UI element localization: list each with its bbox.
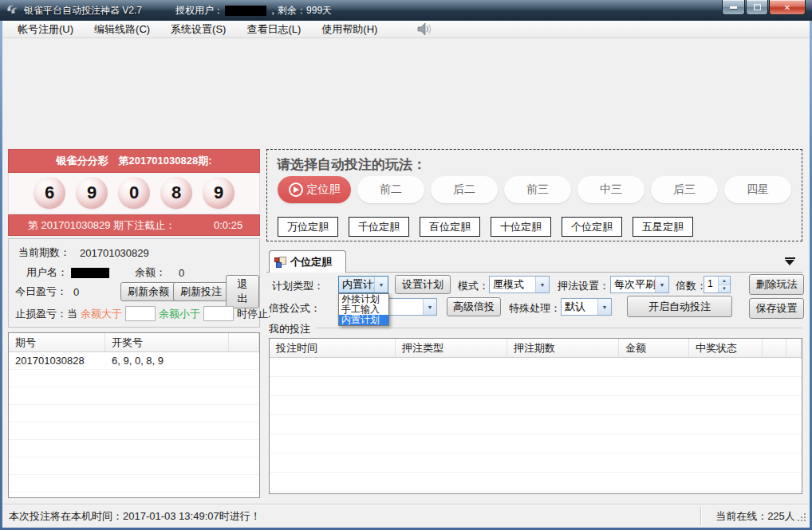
mode-button-housan[interactable]: 后三 <box>651 176 718 203</box>
column-header-amount: 金额 <box>619 339 689 357</box>
tab-label: 个位定胆 <box>290 255 332 269</box>
multiple-value: 1 <box>704 277 718 292</box>
auth-days: ，剩余：999天 <box>268 4 332 18</box>
lottery-ball: 9 <box>203 177 235 209</box>
resize-grip[interactable] <box>797 512 806 524</box>
lottery-ball: 0 <box>118 177 150 209</box>
bet-method-value: 每次平刷 <box>611 277 655 292</box>
column-header-bet-time: 投注时间 <box>270 339 396 357</box>
countdown-label: 第 201701030829 期下注截止： <box>28 218 175 233</box>
online-count: 当前在线：225人 <box>701 509 810 524</box>
position-button-shiwei[interactable]: 十位定胆 <box>491 217 551 237</box>
bets-table: 投注时间 押注类型 押注期数 金额 中奖状态 <box>269 338 802 494</box>
plan-type-select[interactable]: 内置计划 ▼ <box>338 276 388 293</box>
mode-value: 厘模式 <box>490 277 535 292</box>
advanced-multiplier-button[interactable]: 高级倍投 <box>447 297 501 316</box>
tab-strip-divider <box>266 272 802 273</box>
profit-value: 0 <box>73 286 79 298</box>
dropdown-option-builtin[interactable]: 内置计划 <box>339 315 388 325</box>
tab-geweidingdan[interactable]: 个位定胆 <box>269 250 346 273</box>
mode-button-sixing[interactable]: 四星 <box>724 176 791 203</box>
balance-less-input[interactable] <box>203 306 234 321</box>
column-header-period: 期号 <box>9 333 105 351</box>
mode-button-zhongsan[interactable]: 中三 <box>577 176 644 203</box>
balance-value: 0 <box>179 267 184 279</box>
app-window: 银雀平台自动投注神器 V2.7 授权用户： ，剩余：999天 ✕ 帐号注册(U)… <box>0 0 812 530</box>
plan-type-label: 计划类型： <box>272 279 324 293</box>
spinner-down-icon[interactable]: ▼ <box>719 285 730 293</box>
menu-item-view-log[interactable]: 查看日志(L) <box>236 21 311 37</box>
mode-label: 模式： <box>458 279 489 293</box>
table-row-empty <box>9 370 259 387</box>
redacted-username <box>225 6 266 16</box>
delete-play-button[interactable]: 删除玩法 <box>749 274 804 295</box>
history-period-cell: 201701030828 <box>9 355 105 367</box>
balance-greater-input[interactable] <box>125 306 156 321</box>
close-button[interactable]: ✕ <box>769 0 806 15</box>
countdown-bar: 第 201701030829 期下注截止： 0:0:25 <box>8 214 260 236</box>
plan-type-dropdown: 外接计划 手工输入 内置计划 <box>338 293 389 326</box>
menu-item-account-register[interactable]: 帐号注册(U) <box>7 21 84 37</box>
special-handling-select[interactable]: 默认 ▼ <box>561 298 612 316</box>
set-plan-button[interactable]: 设置计划 <box>395 275 451 294</box>
position-button-gewei[interactable]: 个位定胆 <box>562 217 622 237</box>
menu-item-help[interactable]: 使用帮助(H) <box>311 21 388 37</box>
column-header-empty <box>229 333 259 351</box>
account-panel: 当前期数： 201701030829 用户名： 余额： 0 今日盈亏： 0 刷新… <box>8 238 260 328</box>
menu-bar: 帐号注册(U) 编辑线路(C) 系统设置(S) 查看日志(L) 使用帮助(H) <box>2 21 810 38</box>
table-row-empty <box>9 387 259 405</box>
special-handling-value: 默认 <box>562 299 597 315</box>
minimize-icon <box>730 6 737 9</box>
start-autobet-button[interactable]: 开启自动投注 <box>627 296 732 317</box>
bets-table-header: 投注时间 押注类型 押注期数 金额 中奖状态 <box>270 339 802 358</box>
maximize-icon <box>754 4 761 10</box>
save-settings-button[interactable]: 保存设置 <box>749 298 804 319</box>
window-controls: ✕ <box>722 0 806 15</box>
exit-button[interactable]: 退出 <box>226 275 259 308</box>
username-label: 用户名： <box>26 265 68 280</box>
my-bets-divider <box>316 328 802 328</box>
position-button-qianwei[interactable]: 千位定胆 <box>349 217 409 237</box>
lottery-ball: 6 <box>34 177 65 209</box>
mode-button-dingweidan[interactable]: 定位胆 <box>278 176 351 203</box>
column-header-bet-period: 押注期数 <box>507 339 619 357</box>
mode-button-qiansan[interactable]: 前三 <box>504 176 571 203</box>
spinner-up-icon[interactable]: ▲ <box>719 277 730 285</box>
mode-select[interactable]: 厘模式 ▼ <box>489 276 550 293</box>
status-message: 本次投注将在本机时间：2017-01-03 13:49:07时进行！ <box>2 509 700 524</box>
position-button-wuxing[interactable]: 五星定胆 <box>633 217 693 237</box>
window-frame-left <box>0 21 2 530</box>
period-label: 当前期数： <box>18 245 70 260</box>
lottery-balls: 6 9 0 8 9 <box>8 173 260 213</box>
chevron-down-icon: ▼ <box>655 277 668 292</box>
balance-greater-label: 余额大于 <box>81 307 122 321</box>
refresh-bets-button[interactable]: 刷新投注 <box>173 282 229 301</box>
formula-label: 倍投公式： <box>269 301 321 316</box>
chevron-down-icon: ▼ <box>535 277 549 292</box>
history-numbers-cell: 6, 9, 0, 8, 9 <box>105 355 229 367</box>
position-button-baiwei[interactable]: 百位定胆 <box>420 217 480 237</box>
table-row-empty <box>9 440 259 457</box>
close-icon: ✕ <box>784 3 790 12</box>
position-button-wanwei[interactable]: 万位定胆 <box>278 217 338 237</box>
auth-label: 授权用户： <box>175 4 223 18</box>
maximize-button[interactable] <box>746 0 768 15</box>
app-icon <box>6 4 19 18</box>
speaker-icon[interactable] <box>416 22 432 36</box>
bet-method-select[interactable]: 每次平刷 ▼ <box>610 276 669 293</box>
history-table: 期号 开奖号 201701030828 6, 9, 0, 8, 9 <box>8 332 260 498</box>
minimize-button[interactable] <box>722 0 745 15</box>
mode-button-qianer[interactable]: 前二 <box>357 176 424 203</box>
refresh-balance-button[interactable]: 刷新余额 <box>120 282 176 301</box>
chevron-down-icon: ▼ <box>423 299 436 315</box>
menu-item-edit-line[interactable]: 编辑线路(C) <box>84 21 160 37</box>
menu-item-system-settings[interactable]: 系统设置(S) <box>160 21 236 37</box>
multiple-stepper[interactable]: 1 ▲ ▼ <box>704 276 731 293</box>
mode-button-houer[interactable]: 后二 <box>431 176 498 203</box>
table-row-empty <box>9 493 259 498</box>
special-handling-label: 特殊处理： <box>509 301 561 316</box>
lottery-ball: 9 <box>76 177 108 209</box>
table-row[interactable]: 201701030828 6, 9, 0, 8, 9 <box>9 352 259 370</box>
collapse-panel-icon[interactable] <box>785 257 795 265</box>
table-row-empty <box>270 415 802 434</box>
